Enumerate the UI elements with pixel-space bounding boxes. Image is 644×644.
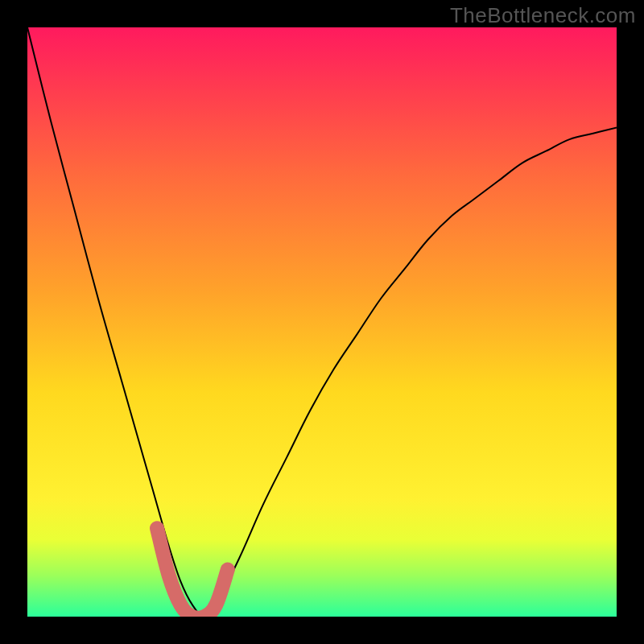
chart-frame: TheBottleneck.com [0, 0, 644, 644]
bottleneck-curve [27, 27, 617, 617]
plot-area [27, 27, 617, 617]
watermark-text: TheBottleneck.com [450, 3, 636, 28]
chart-svg [27, 27, 617, 617]
